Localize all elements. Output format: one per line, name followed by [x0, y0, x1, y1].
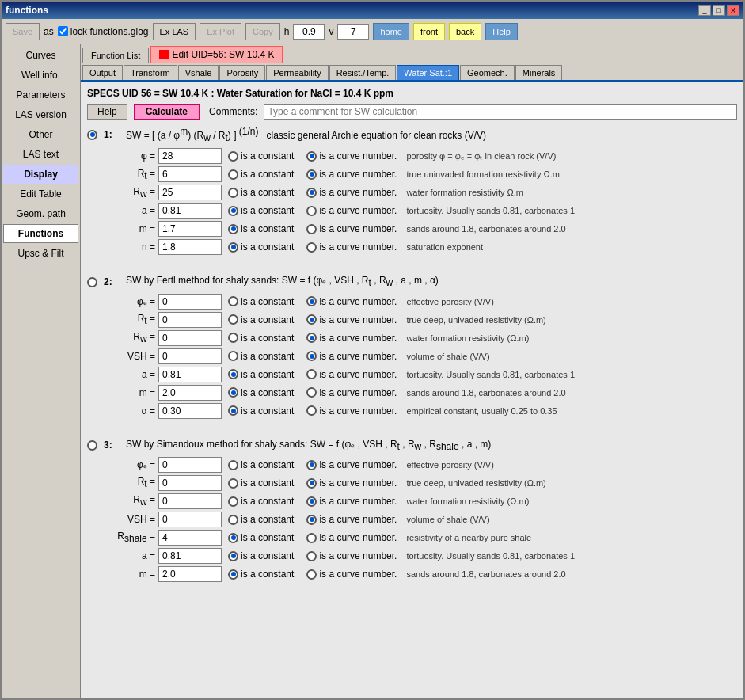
help-content-button[interactable]: Help: [87, 104, 127, 120]
ex-plot-button[interactable]: Ex Plot: [200, 23, 241, 40]
radio-constant[interactable]: [228, 188, 238, 198]
radio-constant[interactable]: [228, 242, 238, 253]
radio-constant[interactable]: [228, 224, 238, 234]
radio-curve[interactable]: [306, 478, 317, 489]
maximize-button[interactable]: □: [713, 5, 725, 16]
save-button[interactable]: Save: [6, 23, 40, 40]
radio-curve[interactable]: [306, 224, 317, 234]
calculate-button[interactable]: Calculate: [134, 104, 200, 120]
param-input[interactable]: [158, 294, 222, 310]
radio-curve[interactable]: [306, 151, 317, 162]
param-input[interactable]: [158, 148, 222, 164]
param-input[interactable]: [158, 312, 222, 328]
radio-curve[interactable]: [306, 169, 317, 180]
v-input[interactable]: [337, 24, 369, 40]
radio-curve[interactable]: [306, 460, 317, 470]
param-input[interactable]: [158, 548, 222, 564]
home-button[interactable]: home: [373, 23, 409, 40]
help-button[interactable]: Help: [485, 23, 518, 40]
param-input[interactable]: [158, 185, 222, 200]
radio-constant[interactable]: [228, 460, 238, 470]
subtab-output[interactable]: Output: [82, 65, 123, 80]
param-input[interactable]: [158, 385, 222, 401]
lock-checkbox[interactable]: [58, 26, 68, 36]
radio-constant[interactable]: [228, 405, 238, 416]
radio-curve[interactable]: [306, 387, 317, 398]
param-input[interactable]: [158, 475, 222, 491]
front-button[interactable]: front: [413, 23, 445, 40]
radio-constant[interactable]: [228, 369, 238, 379]
subtab-water-sat[interactable]: Water Sat.:1: [397, 65, 459, 80]
param-input[interactable]: [158, 166, 222, 182]
sidebar-item-edittable[interactable]: Edit Table: [3, 185, 78, 204]
subtab-permeability[interactable]: Permeability: [266, 65, 329, 80]
param-input[interactable]: [158, 221, 222, 237]
subtab-vshale[interactable]: Vshale: [178, 65, 219, 80]
tab-function-list[interactable]: Function List: [82, 48, 149, 63]
radio-curve[interactable]: [306, 242, 317, 253]
radio-constant[interactable]: [228, 478, 238, 489]
radio-constant[interactable]: [228, 314, 238, 325]
copy-button[interactable]: Copy: [245, 23, 280, 40]
radio-curve[interactable]: [306, 333, 317, 343]
param-input[interactable]: [158, 530, 222, 546]
radio-constant[interactable]: [228, 206, 238, 216]
param-input[interactable]: [158, 203, 222, 219]
sidebar-item-geompath[interactable]: Geom. path: [3, 204, 78, 223]
sidebar-item-other[interactable]: Other: [3, 125, 78, 144]
radio-curve[interactable]: [306, 351, 317, 361]
subtab-transform[interactable]: Transform: [124, 65, 177, 80]
subtab-minerals[interactable]: Minerals: [515, 65, 563, 80]
radio-constant[interactable]: [228, 496, 238, 507]
param-input[interactable]: [158, 330, 222, 346]
radio-curve[interactable]: [306, 314, 317, 325]
sidebar-item-wellinfo[interactable]: Well info.: [3, 66, 78, 85]
radio-constant[interactable]: [228, 551, 238, 561]
param-input[interactable]: [158, 493, 222, 509]
param-input[interactable]: [158, 367, 222, 382]
radio-constant[interactable]: [228, 533, 238, 543]
method-1-radio[interactable]: [87, 130, 97, 140]
param-input[interactable]: [158, 403, 222, 419]
sidebar-item-upscfilt[interactable]: Upsc & Filt: [3, 244, 78, 263]
method-3-radio[interactable]: [87, 440, 97, 451]
radio-constant[interactable]: [228, 151, 238, 162]
param-input[interactable]: [158, 239, 222, 255]
sidebar-item-display[interactable]: Display: [3, 165, 78, 184]
param-input[interactable]: [158, 348, 222, 364]
sidebar-item-lasversion[interactable]: LAS version: [3, 105, 78, 124]
radio-curve[interactable]: [306, 515, 317, 525]
radio-curve[interactable]: [306, 496, 317, 507]
tab-uid-edit[interactable]: Edit UID=56: SW 10.4 K: [150, 46, 283, 63]
radio-constant[interactable]: [228, 351, 238, 361]
ex-las-button[interactable]: Ex LAS: [153, 23, 196, 40]
radio-constant[interactable]: [228, 515, 238, 525]
sidebar-item-parameters[interactable]: Parameters: [3, 86, 78, 105]
sidebar-item-functions[interactable]: Functions: [3, 224, 78, 243]
subtab-geomech[interactable]: Geomech.: [460, 65, 515, 80]
comments-input[interactable]: [264, 104, 737, 120]
sidebar-item-curves[interactable]: Curves: [3, 46, 78, 65]
close-button[interactable]: X: [727, 5, 739, 16]
radio-constant[interactable]: [228, 569, 238, 580]
subtab-porosity[interactable]: Porosity: [219, 65, 265, 80]
radio-curve[interactable]: [306, 569, 317, 580]
minimize-button[interactable]: _: [698, 5, 711, 16]
radio-curve[interactable]: [306, 188, 317, 198]
back-button[interactable]: back: [449, 23, 481, 40]
h-input[interactable]: [293, 24, 325, 40]
method-2-radio[interactable]: [87, 277, 97, 287]
radio-constant[interactable]: [228, 169, 238, 180]
param-input[interactable]: [158, 512, 222, 527]
radio-curve[interactable]: [306, 206, 317, 216]
param-input[interactable]: [158, 457, 222, 473]
radio-constant[interactable]: [228, 333, 238, 343]
radio-curve[interactable]: [306, 533, 317, 543]
radio-curve[interactable]: [306, 369, 317, 379]
subtab-resist-temp[interactable]: Resist./Temp.: [329, 65, 397, 80]
sidebar-item-lastext[interactable]: LAS text: [3, 145, 78, 164]
radio-curve[interactable]: [306, 296, 317, 306]
radio-constant[interactable]: [228, 387, 238, 398]
param-input[interactable]: [158, 566, 222, 582]
radio-constant[interactable]: [228, 296, 238, 306]
